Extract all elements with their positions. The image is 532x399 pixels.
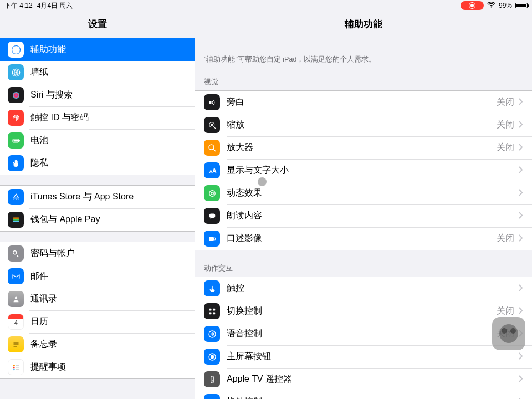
voiceover-icon: [204, 94, 220, 110]
sidebar-item-label: 日历: [30, 316, 187, 328]
chevron-right-icon: [519, 211, 523, 221]
detail-item-audiodesc[interactable]: 口述影像关闭: [195, 227, 532, 250]
speech-icon: [204, 208, 220, 224]
detail-item-right: [519, 375, 523, 385]
svg-text:4: 4: [14, 319, 18, 326]
status-right: 99%: [461, 1, 528, 10]
detail-item-voicectrl[interactable]: 语音控制关闭: [195, 323, 532, 345]
detail-item-appletv[interactable]: Apple TV 遥控器: [195, 368, 532, 391]
screen-record-indicator[interactable]: [461, 1, 484, 10]
sidebar-item-label: Siri 与搜索: [30, 89, 187, 101]
detail-item-motion[interactable]: 动态效果: [195, 182, 532, 204]
touch-icon: [204, 280, 220, 296]
detail-item-spoken[interactable]: 朗读内容: [195, 204, 532, 227]
assistivetouch-button[interactable]: [492, 317, 525, 350]
detail-item-label: 口述影像: [227, 233, 497, 244]
sidebar-item-wallet[interactable]: 钱包与 Apple Pay: [0, 208, 195, 231]
svg-point-25: [13, 369, 14, 370]
wallpaper-icon: [8, 64, 24, 80]
pointer-icon: [204, 394, 220, 399]
chevron-right-icon: [519, 306, 523, 316]
sidebar-item-label: 密码与帐户: [30, 248, 187, 259]
sidebar-item-reminders[interactable]: 提醒事项: [0, 356, 195, 378]
detail-item-pointer[interactable]: 指针控制: [195, 391, 532, 399]
detail-item-label: 朗读内容: [227, 210, 519, 222]
contacts-icon: [8, 291, 24, 307]
sidebar-item-label: 提醒事项: [30, 361, 187, 373]
status-bar: 下午 4:12 4月4日 周六 99%: [0, 0, 532, 11]
chevron-right-icon: [519, 120, 523, 130]
detail-item-label: 动态效果: [227, 187, 519, 199]
detail-item-value: 关闭: [497, 142, 514, 154]
sidebar-item-wallpaper[interactable]: 墙纸: [0, 61, 195, 84]
detail-item-label: 缩放: [227, 119, 497, 131]
detail-title: 辅助功能: [195, 11, 532, 38]
sidebar-item-itunes[interactable]: iTunes Store 与 App Store: [0, 186, 195, 208]
sidebar-item-mail[interactable]: 邮件: [0, 265, 195, 288]
chevron-right-icon: [519, 166, 523, 176]
detail-item-value: 关闭: [497, 119, 514, 131]
detail-item-value: 关闭: [497, 305, 514, 317]
sidebar-item-contacts[interactable]: 通讯录: [0, 288, 195, 310]
detail-item-right: [519, 211, 523, 221]
magnifier-icon: [204, 140, 220, 156]
detail-item-right: [519, 284, 523, 294]
sidebar-item-privacy[interactable]: 隐私: [0, 152, 195, 175]
sidebar-item-siri[interactable]: Siri 与搜索: [0, 84, 195, 106]
sidebar-item-label: 钱包与 Apple Pay: [30, 214, 187, 226]
svg-rect-37: [209, 213, 215, 218]
svg-rect-41: [209, 312, 211, 314]
sidebar-item-label: 墙纸: [30, 66, 187, 78]
detail-item-label: 放大器: [227, 142, 497, 154]
sidebar-item-accessibility[interactable]: 辅助功能: [0, 38, 195, 61]
detail-item-touch[interactable]: 触控: [195, 277, 532, 300]
svg-point-12: [17, 198, 18, 200]
calendar-icon: 4: [8, 314, 24, 330]
detail-item-zoom[interactable]: 缩放关闭: [195, 114, 532, 136]
sidebar-item-touchid[interactable]: 触控 ID 与密码: [0, 106, 195, 129]
svg-rect-17: [13, 274, 19, 279]
detail-item-label: 切换控制: [227, 305, 497, 317]
sidebar-item-battery[interactable]: 电池: [0, 129, 195, 152]
detail-item-display[interactable]: AA显示与文字大小: [195, 159, 532, 182]
svg-rect-14: [13, 219, 19, 220]
aa-icon: AA: [204, 162, 220, 178]
svg-point-18: [14, 296, 17, 299]
svg-rect-46: [211, 376, 213, 383]
svg-rect-9: [13, 140, 18, 141]
sidebar-item-calendar[interactable]: 4日历: [0, 310, 195, 333]
chevron-right-icon: [519, 375, 523, 385]
svg-point-5: [15, 71, 16, 73]
detail-item-homebtn[interactable]: 主屏幕按钮: [195, 345, 532, 368]
detail-item-switch[interactable]: 切换控制关闭: [195, 300, 532, 323]
svg-point-47: [211, 380, 212, 381]
battery-icon: [8, 132, 24, 149]
siri-icon: [8, 87, 24, 103]
detail-item-right: [519, 352, 523, 362]
detail-item-right: [519, 397, 523, 400]
sidebar-item-label: 触控 ID 与密码: [30, 112, 187, 124]
sidebar-item-notes[interactable]: 备忘录: [0, 333, 195, 356]
key-icon: [8, 245, 24, 262]
audiodesc-icon: [204, 231, 220, 247]
detail-item-voiceover[interactable]: 旁白关闭: [195, 91, 532, 114]
sidebar-item-label: 隐私: [30, 157, 187, 169]
svg-point-10: [16, 198, 17, 200]
chevron-right-icon: [519, 188, 523, 198]
detail-item-value: 关闭: [497, 233, 514, 244]
wifi-icon: [487, 2, 495, 10]
mail-icon: [8, 268, 24, 284]
section-header: 动作交互: [195, 260, 532, 277]
svg-rect-15: [13, 221, 19, 222]
battery-icon: [515, 3, 528, 8]
voicectrl-icon: [204, 326, 220, 342]
svg-point-36: [211, 192, 213, 195]
sidebar-title: 设置: [0, 11, 195, 38]
detail-item-label: 旁白: [227, 96, 497, 108]
switch-icon: [204, 303, 220, 319]
detail-item-right: 关闭: [497, 305, 523, 317]
sidebar-item-passwords[interactable]: 密码与帐户: [0, 242, 195, 265]
status-time: 下午 4:12: [4, 1, 33, 11]
detail-item-magnifier[interactable]: 放大器关闭: [195, 136, 532, 159]
detail-item-right: 关闭: [497, 142, 523, 154]
